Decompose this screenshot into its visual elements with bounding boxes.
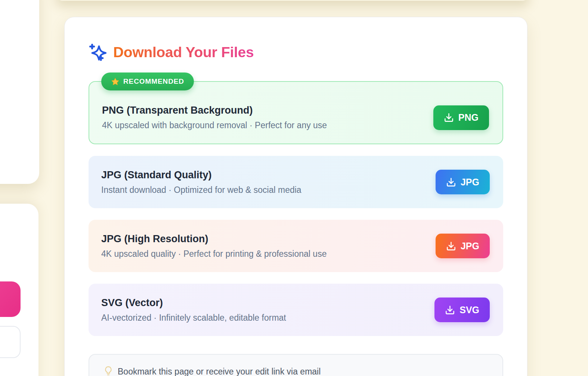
download-button[interactable]: JPG <box>436 170 490 194</box>
recommended-badge-label: RECOMMENDED <box>123 77 184 86</box>
star-icon <box>111 77 120 86</box>
download-button[interactable]: JPG <box>436 234 490 258</box>
download-icon <box>445 305 455 315</box>
recommended-badge: RECOMMENDED <box>101 73 194 90</box>
lightbulb-icon <box>103 367 113 376</box>
download-button-label: JPG <box>461 177 479 188</box>
download-option-text: PNG (Transparent Background) 4K upscaled… <box>102 105 327 130</box>
download-option-title: PNG (Transparent Background) <box>102 105 327 116</box>
download-option-card: SVG (Vector) AI-vectorized · Infinitely … <box>89 284 503 336</box>
download-option-text: SVG (Vector) AI-vectorized · Infinitely … <box>101 297 286 323</box>
download-option-title: SVG (Vector) <box>101 297 286 309</box>
download-button-label: PNG <box>458 112 479 123</box>
partial-side-card-top-left <box>0 0 39 184</box>
download-option-description: 4K upscaled with background removal · Pe… <box>102 120 327 130</box>
download-icon <box>444 113 454 123</box>
page-background: Download Your Files RECOMMENDED PNG (Tra… <box>0 0 588 376</box>
download-option-description: Instant download · Optimized for web & s… <box>101 185 301 195</box>
download-option-card: JPG (High Resolution) 4K upscaled qualit… <box>89 220 503 272</box>
download-option-description: 4K upscaled quality · Perfect for printi… <box>101 249 327 259</box>
partial-outlined-box <box>0 326 21 358</box>
download-button-label: JPG <box>461 241 479 252</box>
download-option-card: JPG (Standard Quality) Instant download … <box>89 156 503 208</box>
download-icon <box>446 177 456 187</box>
download-files-card: Download Your Files RECOMMENDED PNG (Tra… <box>64 17 527 376</box>
download-button-label: SVG <box>459 305 479 315</box>
download-files-header: Download Your Files <box>89 43 503 61</box>
download-icon <box>446 241 456 251</box>
partial-pink-button[interactable] <box>0 281 21 317</box>
download-button[interactable]: SVG <box>434 298 490 322</box>
download-option-text: JPG (High Resolution) 4K upscaled qualit… <box>101 233 327 259</box>
download-option-title: JPG (Standard Quality) <box>101 169 301 181</box>
download-options-list: RECOMMENDED PNG (Transparent Background)… <box>89 81 503 336</box>
download-option-title: JPG (High Resolution) <box>101 233 327 245</box>
bookmark-note-text: Bookmark this page or receive your edit … <box>118 367 321 376</box>
page-title: Download Your Files <box>113 44 254 61</box>
bookmark-note-card: Bookmark this page or receive your edit … <box>89 354 503 376</box>
download-option-description: AI-vectorized · Infinitely scalable, edi… <box>101 313 286 323</box>
sparkles-icon <box>89 43 107 62</box>
offscreen-card-shadow <box>55 0 530 1</box>
download-option-card: RECOMMENDED PNG (Transparent Background)… <box>89 81 503 144</box>
download-button[interactable]: PNG <box>433 105 489 130</box>
download-option-text: JPG (Standard Quality) Instant download … <box>101 169 301 195</box>
